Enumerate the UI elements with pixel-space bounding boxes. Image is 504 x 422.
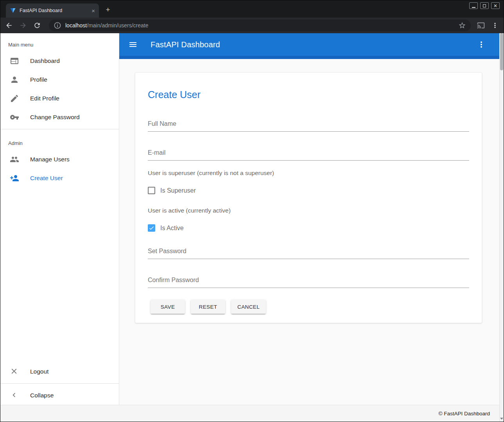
sidebar-item-label: Create User bbox=[30, 175, 63, 182]
site-info-icon[interactable] bbox=[54, 21, 61, 29]
appbar-title: FastAPI Dashboard bbox=[151, 40, 477, 49]
sidebar-item-manage-users[interactable]: Manage Users bbox=[0, 150, 119, 169]
more-vert-icon bbox=[477, 40, 486, 49]
arrow-back-icon bbox=[5, 21, 13, 29]
superuser-hint: User is superuser (currently is not a su… bbox=[148, 169, 469, 177]
is-superuser-checkbox[interactable]: Is Superuser bbox=[148, 187, 469, 194]
person-icon bbox=[10, 75, 19, 84]
active-hint: User is active (currently active) bbox=[148, 207, 469, 214]
chevron-left-icon bbox=[10, 391, 19, 400]
minimize-button[interactable] bbox=[469, 2, 478, 9]
url-host: localhost bbox=[65, 22, 87, 29]
menu-icon bbox=[128, 40, 138, 49]
sidebar-item-dashboard[interactable]: Dashboard bbox=[0, 52, 119, 70]
sidebar-item-create-user[interactable]: Create User bbox=[0, 169, 119, 188]
bookmark-star-icon[interactable] bbox=[458, 21, 466, 29]
cancel-button[interactable]: CANCEL bbox=[231, 300, 266, 314]
main-content: Create User Full Name E-mail User is sup… bbox=[119, 59, 499, 405]
address-bar[interactable]: localhost/main/admin/users/create bbox=[49, 20, 471, 31]
copyright-text: © FastAPI Dashboard bbox=[438, 411, 490, 417]
tab-title: FastAPI Dashboard bbox=[20, 8, 88, 13]
sidebar-item-collapse[interactable]: Collapse bbox=[0, 386, 119, 405]
sidebar-item-label: Edit Profile bbox=[30, 95, 59, 102]
reload-icon bbox=[33, 21, 41, 29]
dashboard-icon bbox=[10, 56, 19, 66]
appbar-shadow bbox=[119, 56, 499, 59]
email-field[interactable]: E-mail bbox=[148, 149, 469, 161]
sidebar-item-change-password[interactable]: Change Password bbox=[0, 108, 119, 127]
window-controls: ✕ bbox=[469, 2, 500, 9]
sidebar-section-main-menu: Main menu bbox=[0, 33, 119, 52]
browser-toolbar: localhost/main/admin/users/create bbox=[0, 18, 504, 33]
checkbox-checked-icon bbox=[148, 224, 155, 232]
people-icon bbox=[10, 155, 19, 164]
is-active-label: Is Active bbox=[160, 225, 184, 232]
footer: © FastAPI Dashboard bbox=[0, 405, 499, 422]
reload-button[interactable] bbox=[33, 21, 41, 29]
app-bar: FastAPI Dashboard bbox=[119, 33, 499, 56]
hamburger-menu-button[interactable] bbox=[128, 40, 138, 49]
divider bbox=[0, 129, 119, 129]
sidebar: Main menu Dashboard Profile Edit Profile… bbox=[0, 33, 119, 405]
sidebar-item-label: Manage Users bbox=[30, 156, 70, 163]
sidebar-item-label: Logout bbox=[30, 368, 48, 375]
url-path: /main/admin/users/create bbox=[87, 22, 148, 29]
full-name-label: Full Name bbox=[148, 120, 469, 127]
email-label: E-mail bbox=[148, 149, 469, 156]
back-button[interactable] bbox=[5, 21, 13, 29]
cast-icon bbox=[477, 21, 485, 29]
forward-button[interactable] bbox=[19, 21, 27, 29]
scrollbar-down-arrow-icon[interactable] bbox=[500, 416, 504, 421]
appbar-menu-button[interactable] bbox=[477, 40, 486, 49]
save-button[interactable]: SAVE bbox=[151, 300, 185, 314]
person-add-icon bbox=[10, 173, 19, 183]
cast-button[interactable] bbox=[477, 21, 485, 29]
browser-tab-strip: FastAPI Dashboard × + ✕ bbox=[0, 0, 504, 18]
arrow-forward-icon bbox=[19, 21, 27, 29]
more-vert-icon bbox=[491, 21, 499, 29]
set-password-field[interactable]: Set Password bbox=[148, 247, 469, 259]
page-title: Create User bbox=[148, 89, 469, 100]
browser-window: FastAPI Dashboard × + ✕ localhost/main/a… bbox=[0, 0, 504, 422]
is-active-checkbox[interactable]: Is Active bbox=[148, 224, 469, 232]
create-user-card: Create User Full Name E-mail User is sup… bbox=[135, 72, 482, 323]
sidebar-item-label: Profile bbox=[30, 76, 47, 83]
browser-menu-button[interactable] bbox=[491, 21, 499, 29]
key-icon bbox=[10, 113, 19, 122]
confirm-password-label: Confirm Password bbox=[148, 276, 469, 284]
is-superuser-label: Is Superuser bbox=[160, 187, 196, 194]
vuetify-logo-icon bbox=[10, 7, 16, 14]
minimize-icon bbox=[472, 7, 475, 8]
sidebar-item-edit-profile[interactable]: Edit Profile bbox=[0, 89, 119, 108]
scrollbar[interactable] bbox=[499, 33, 504, 422]
set-password-label: Set Password bbox=[148, 247, 469, 255]
full-name-field[interactable]: Full Name bbox=[148, 120, 469, 132]
maximize-button[interactable] bbox=[480, 2, 489, 9]
maximize-icon bbox=[483, 4, 486, 7]
confirm-password-field[interactable]: Confirm Password bbox=[148, 276, 469, 288]
sidebar-item-logout[interactable]: Logout bbox=[0, 362, 119, 381]
new-tab-button[interactable]: + bbox=[104, 5, 112, 14]
sidebar-item-label: Collapse bbox=[30, 392, 54, 399]
sidebar-item-label: Dashboard bbox=[30, 57, 60, 64]
close-icon bbox=[10, 367, 19, 376]
sidebar-bottom: Logout Collapse bbox=[0, 362, 119, 405]
browser-tab[interactable]: FastAPI Dashboard × bbox=[6, 4, 99, 18]
sidebar-item-label: Change Password bbox=[30, 114, 80, 121]
sidebar-section-admin: Admin bbox=[0, 132, 119, 150]
pencil-icon bbox=[10, 94, 19, 103]
form-actions: SAVE RESET CANCEL bbox=[148, 300, 469, 314]
tab-close-icon[interactable]: × bbox=[91, 7, 95, 14]
close-window-button[interactable]: ✕ bbox=[491, 2, 500, 9]
sidebar-item-profile[interactable]: Profile bbox=[0, 70, 119, 89]
checkbox-unchecked-icon bbox=[148, 187, 155, 194]
scrollbar-thumb[interactable] bbox=[500, 33, 503, 70]
reset-button[interactable]: RESET bbox=[191, 300, 225, 314]
url-text[interactable]: localhost/main/admin/users/create bbox=[65, 22, 148, 29]
divider bbox=[0, 383, 119, 384]
close-icon: ✕ bbox=[493, 4, 497, 8]
